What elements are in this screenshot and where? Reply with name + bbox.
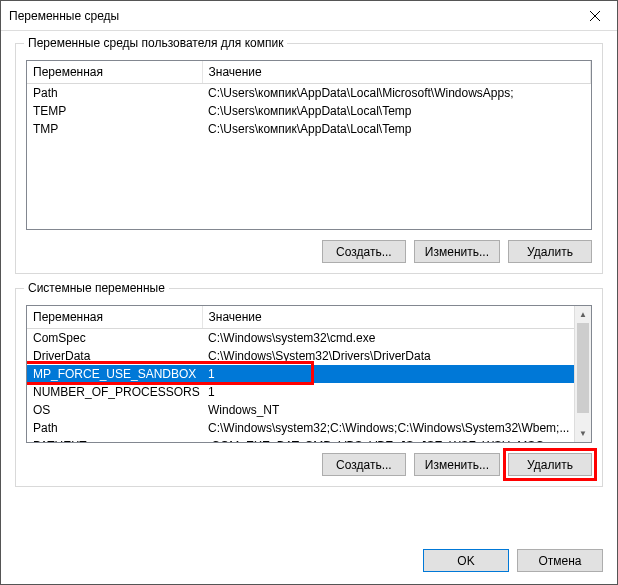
user-vars-table-wrap: Переменная Значение Path C:\Users\компик… <box>26 60 592 230</box>
titlebar: Переменные среды <box>1 1 617 31</box>
system-edit-button[interactable]: Изменить... <box>414 453 500 476</box>
window-title: Переменные среды <box>9 9 119 23</box>
scroll-thumb[interactable] <box>577 323 589 413</box>
col-header-value[interactable]: Значение <box>202 306 591 329</box>
table-row[interactable]: PATHEXT .COM;.EXE;.BAT;.CMD;.VBS;.VBE;.J… <box>27 437 591 443</box>
system-new-button[interactable]: Создать... <box>322 453 406 476</box>
user-vars-table[interactable]: Переменная Значение Path C:\Users\компик… <box>27 61 591 138</box>
user-vars-group: Переменные среды пользователя для компик… <box>15 43 603 274</box>
env-vars-dialog: Переменные среды Переменные среды пользо… <box>0 0 618 585</box>
ok-button[interactable]: OK <box>423 549 509 572</box>
table-row[interactable]: TMP C:\Users\компик\AppData\Local\Temp <box>27 120 591 138</box>
system-scrollbar[interactable]: ▲ ▼ <box>574 306 591 442</box>
col-header-variable[interactable]: Переменная <box>27 306 202 329</box>
user-new-button[interactable]: Создать... <box>322 240 406 263</box>
table-row[interactable]: TEMP C:\Users\компик\AppData\Local\Temp <box>27 102 591 120</box>
system-buttons: Создать... Изменить... Удалить <box>26 453 592 476</box>
system-delete-button[interactable]: Удалить <box>508 453 592 476</box>
cancel-button[interactable]: Отмена <box>517 549 603 572</box>
user-vars-label: Переменные среды пользователя для компик <box>24 36 287 50</box>
close-icon <box>590 11 600 21</box>
user-edit-button[interactable]: Изменить... <box>414 240 500 263</box>
system-vars-table-wrap: Переменная Значение ComSpec C:\Windows\s… <box>26 305 592 443</box>
close-button[interactable] <box>572 1 617 31</box>
user-delete-button[interactable]: Удалить <box>508 240 592 263</box>
table-row[interactable]: NUMBER_OF_PROCESSORS 1 <box>27 383 591 401</box>
table-row[interactable]: MP_FORCE_USE_SANDBOX 1 <box>27 365 591 383</box>
table-row[interactable]: DriverData C:\Windows\System32\Drivers\D… <box>27 347 591 365</box>
table-row[interactable]: ComSpec C:\Windows\system32\cmd.exe <box>27 329 591 348</box>
table-row[interactable]: OS Windows_NT <box>27 401 591 419</box>
col-header-variable[interactable]: Переменная <box>27 61 202 84</box>
table-row[interactable]: Path C:\Windows\system32;C:\Windows;C:\W… <box>27 419 591 437</box>
scroll-up-icon[interactable]: ▲ <box>575 306 591 323</box>
col-header-value[interactable]: Значение <box>202 61 591 84</box>
dialog-buttons: OK Отмена <box>1 545 617 584</box>
table-header-row: Переменная Значение <box>27 61 591 84</box>
user-buttons: Создать... Изменить... Удалить <box>26 240 592 263</box>
system-vars-table[interactable]: Переменная Значение ComSpec C:\Windows\s… <box>27 306 591 443</box>
table-header-row: Переменная Значение <box>27 306 591 329</box>
scroll-down-icon[interactable]: ▼ <box>575 425 591 442</box>
system-vars-label: Системные переменные <box>24 281 169 295</box>
table-row[interactable]: Path C:\Users\компик\AppData\Local\Micro… <box>27 84 591 103</box>
content-area: Переменные среды пользователя для компик… <box>1 31 617 545</box>
system-vars-group: Системные переменные Переменная Значение… <box>15 288 603 487</box>
